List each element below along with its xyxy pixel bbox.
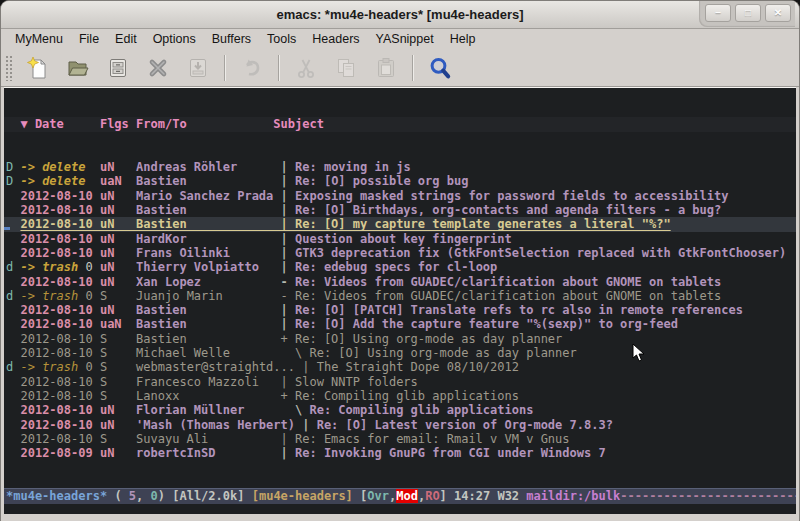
text-segment: ) [158, 489, 172, 503]
message-row[interactable]: 2012-08-10 uN 'Mash (Thomas Herbert) | R… [4, 418, 796, 432]
message-row[interactable]: 2012-08-10 uN Xan Lopez - Re: Videos fro… [4, 275, 796, 289]
text-segment: | [281, 160, 295, 174]
menu-item-tools[interactable]: Tools [259, 30, 304, 48]
text-segment: uN [100, 260, 136, 274]
text-segment [6, 246, 20, 260]
minimize-button[interactable]: – [705, 4, 731, 22]
text-segment: -> delete [20, 174, 85, 188]
text-segment: ( [107, 489, 129, 503]
text-segment: Suvayu Ali [136, 432, 281, 446]
text-segment: GTK3 deprecation fix (GtkFontSelection r… [295, 246, 786, 260]
message-row[interactable]: d -> trash 0 S webmaster@straightd... | … [4, 360, 796, 374]
text-segment: robertcInSD [136, 446, 281, 460]
text-segment: 0 [151, 489, 158, 503]
text-segment: d [6, 260, 20, 274]
toolbar-separator [224, 55, 226, 81]
text-segment [6, 346, 20, 360]
message-row[interactable]: 2012-08-10 uaN Bastien | Re: [O] Add the… [4, 317, 796, 331]
text-segment [85, 174, 99, 188]
text-segment: The Straight Dope 08/10/2012 [317, 360, 519, 374]
buffer-name: *mu4e-headers* [6, 489, 107, 503]
menu-item-headers[interactable]: Headers [304, 30, 367, 48]
message-row[interactable]: 2012-08-10 uN Bastien | Re: [O] [PATCH] … [4, 303, 796, 317]
text-segment: 0 [78, 360, 100, 374]
text-segment: 2012-08-10 S [20, 389, 136, 403]
text-segment: Re: Compiling glib applications [309, 403, 533, 417]
text-segment: Thierry Volpiatto [136, 260, 281, 274]
paste-icon [374, 56, 398, 80]
text-segment: Re: [O] Add the capture feature "%(sexp)… [295, 317, 678, 331]
text-segment: -> trash [20, 260, 78, 274]
message-row[interactable]: D -> delete uN Andreas Röhler | Re: movi… [4, 160, 796, 174]
message-row[interactable]: 2012-08-10 uN Florian Müllner \ Re: Comp… [4, 403, 796, 417]
message-row-current[interactable]: 2012-08-10 uN Bastien | Re: [O] my captu… [4, 217, 796, 231]
menu-item-edit[interactable]: Edit [107, 30, 145, 48]
message-row[interactable]: 2012-08-10 S Bastien + Re: [O] Using org… [4, 332, 796, 346]
text-segment: Re: edebug specs for cl-loop [295, 260, 497, 274]
text-segment: Question about key fingerprint [295, 232, 512, 246]
toolbar-separator [412, 55, 414, 81]
text-segment: uaN [100, 174, 136, 188]
search-button[interactable] [423, 53, 457, 83]
text-segment: Michael Welle [136, 346, 281, 360]
column-headers: ▼ Date Flgs From/To Subject [6, 117, 324, 131]
close-button[interactable]: ✕ [765, 4, 791, 22]
menu-item-help[interactable]: Help [442, 30, 484, 48]
text-segment: \ [281, 346, 310, 360]
message-row[interactable]: d -> trash 0 uN Thierry Volpiatto | Re: … [4, 260, 796, 274]
menu-item-yasnippet[interactable]: YASnippet [368, 30, 442, 48]
headers-column-header[interactable]: ▼ Date Flgs From/To Subject [4, 117, 796, 132]
toolbar-gripper[interactable] [5, 55, 13, 81]
menu-item-options[interactable]: Options [145, 30, 204, 48]
message-row[interactable]: 2012-08-10 uN Mario Sanchez Prada | Expo… [4, 189, 796, 203]
overwrite-flag: Ovr [367, 489, 389, 503]
message-row[interactable]: d -> trash 0 S Juanjo Marin - Re: Videos… [4, 289, 796, 303]
copy-icon [334, 56, 358, 80]
maximize-button[interactable]: □ [735, 4, 761, 22]
text-segment [85, 160, 99, 174]
file-cabinet-button[interactable] [101, 53, 135, 83]
text-segment [6, 403, 20, 417]
major-mode: [mu4e-headers] [252, 489, 360, 503]
text-segment: Re: [O] [PATCH] Translate refs to rc als… [295, 303, 743, 317]
menu-item-buffers[interactable]: Buffers [204, 30, 259, 48]
text-segment: Florian Müllner [136, 403, 281, 417]
message-row[interactable]: 2012-08-10 S Suvayu Ali | Re: Emacs for … [4, 432, 796, 446]
message-row[interactable]: 2012-08-10 S Michael Welle \ Re: [O] Usi… [4, 346, 796, 360]
text-segment: 2012-08-10 uN [20, 303, 136, 317]
mu4e-headers-buffer[interactable]: ▼ Date Flgs From/To Subject D -> delete … [4, 88, 796, 488]
echo-area[interactable] [4, 504, 796, 514]
text-segment: -> trash [20, 360, 78, 374]
message-row[interactable]: D -> delete uaN Bastien | Re: [O] possib… [4, 174, 796, 188]
text-segment: d [6, 360, 20, 374]
maildir: maildir:/bulk [526, 489, 620, 503]
text-segment: 'Mash (Thomas Herbert) [136, 418, 302, 432]
text-segment [6, 303, 20, 317]
text-segment [6, 217, 20, 231]
text-segment: S [100, 360, 136, 374]
menu-item-mymenu[interactable]: MyMenu [7, 30, 71, 48]
new-file-icon [26, 56, 50, 80]
message-row[interactable]: 2012-08-10 S Francesco Mazzoli | Slow NN… [4, 375, 796, 389]
text-segment: Bastien [136, 317, 281, 331]
text-segment: | [281, 446, 295, 460]
text-segment: 2012-08-09 uN [20, 446, 136, 460]
new-file-button[interactable] [21, 53, 55, 83]
mode-line: *mu4e-headers* ( 5, 0) [All/2.0k] [mu4e-… [4, 488, 796, 504]
title-bar[interactable]: emacs: *mu4e-headers* [mu4e-headers] –□✕ [1, 1, 799, 29]
open-folder-button[interactable] [61, 53, 95, 83]
message-row[interactable]: 2012-08-10 uN Frans Oilinki | GTK3 depre… [4, 246, 796, 260]
close-button[interactable] [141, 53, 175, 83]
text-segment: \ [281, 403, 310, 417]
text-segment: | [281, 317, 295, 331]
menu-item-file[interactable]: File [71, 30, 107, 48]
message-row[interactable]: 2012-08-10 uN Bastien | Re: [O] Birthday… [4, 203, 796, 217]
text-segment: 2012-08-10 uN [20, 203, 136, 217]
text-segment: + [281, 332, 295, 346]
message-row[interactable]: 2012-08-10 S Lanoxx + Re: Compiling glib… [4, 389, 796, 403]
emacs-window: emacs: *mu4e-headers* [mu4e-headers] –□✕… [0, 0, 800, 521]
text-segment: Re: [O] possible org bug [295, 174, 468, 188]
message-row[interactable]: 2012-08-09 uN robertcInSD | Re: Invoking… [4, 446, 796, 460]
toolbar-separator [278, 55, 280, 81]
message-row[interactable]: 2012-08-10 uN HardKor | Question about k… [4, 232, 796, 246]
